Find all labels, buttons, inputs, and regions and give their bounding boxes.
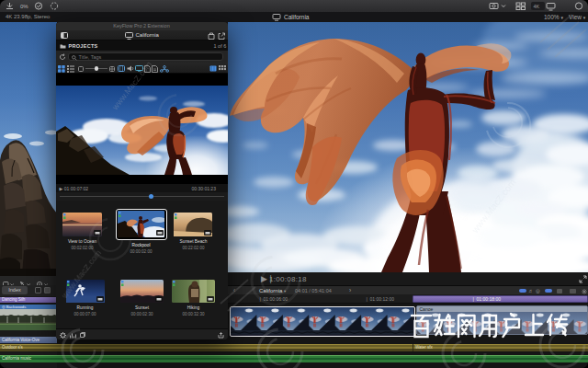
svg-text:4K: 4K [534, 4, 540, 9]
svg-text:0%: 0% [20, 4, 28, 9]
